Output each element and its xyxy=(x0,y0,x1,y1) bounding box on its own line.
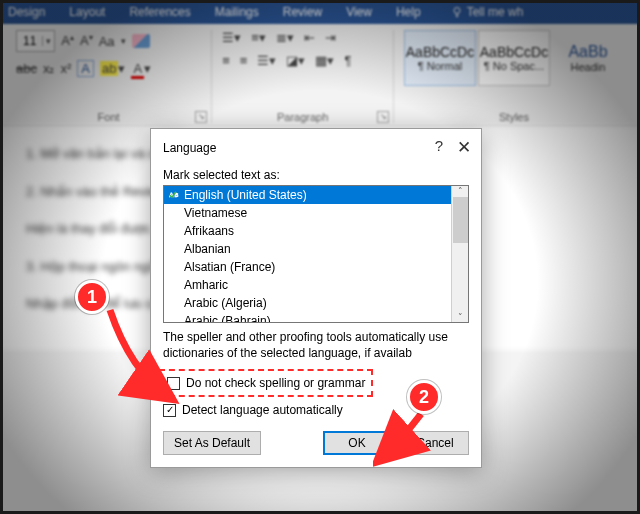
dialog-title: Language xyxy=(163,141,216,155)
scroll-thumb[interactable] xyxy=(453,197,468,243)
close-button[interactable]: ✕ xyxy=(457,137,471,158)
list-item[interactable]: Afrikaans xyxy=(164,222,451,240)
set-default-button[interactable]: Set As Default xyxy=(163,431,261,455)
list-item[interactable]: Arabic (Bahrain) xyxy=(164,312,451,322)
arrow-1 xyxy=(100,300,200,410)
mark-text-label: Mark selected text as: xyxy=(163,168,469,182)
list-item[interactable]: Alsatian (France) xyxy=(164,258,451,276)
help-button[interactable]: ? xyxy=(435,137,443,158)
scroll-down-icon[interactable]: ˅ xyxy=(458,312,463,322)
scrollbar[interactable]: ˄ ˅ xyxy=(451,186,468,322)
callout-badge-1: 1 xyxy=(75,280,109,314)
no-check-label: Do not check spelling or grammar xyxy=(186,376,365,390)
list-item[interactable]: Albanian xyxy=(164,240,451,258)
detect-language-label: Detect language automatically xyxy=(182,403,343,417)
language-listbox[interactable]: ᴀʙ English (United States) Vietnamese Af… xyxy=(163,185,469,323)
list-item[interactable]: Amharic xyxy=(164,276,451,294)
spellcheck-icon: ᴀʙ xyxy=(168,189,180,200)
callout-badge-2: 2 xyxy=(407,380,441,414)
list-item[interactable]: ᴀʙ English (United States) xyxy=(164,186,451,204)
list-item[interactable]: Vietnamese xyxy=(164,204,451,222)
list-item[interactable]: Arabic (Algeria) xyxy=(164,294,451,312)
hint-text: The speller and other proofing tools aut… xyxy=(163,329,469,361)
arrow-2 xyxy=(373,408,443,478)
scroll-up-icon[interactable]: ˄ xyxy=(458,186,463,196)
